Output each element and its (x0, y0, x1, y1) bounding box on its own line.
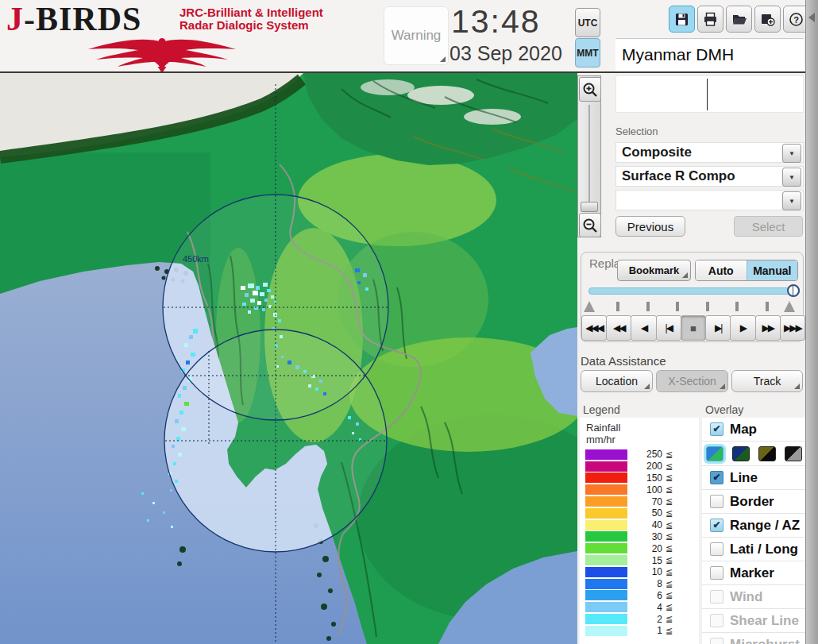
play-backward-button[interactable]: ◀ (631, 315, 656, 341)
fast-rewind-button[interactable]: ◀◀ (606, 315, 631, 341)
legend-threshold-value: 250 (631, 449, 662, 460)
legend-row: 20≦ (580, 542, 699, 554)
less-equal-symbol: ≦ (666, 555, 673, 565)
timezone-mmt-button[interactable]: MMT (575, 38, 600, 67)
open-button[interactable] (726, 6, 752, 33)
print-button[interactable] (697, 6, 723, 33)
x-section-button[interactable]: X-Section (656, 370, 728, 392)
timeline-thumb[interactable] (787, 284, 800, 297)
timezone-utc-button[interactable]: UTC (575, 8, 600, 37)
step-forward-button[interactable]: ▶| (705, 315, 731, 341)
legend-row: 2≦ (580, 613, 699, 625)
add-image-button[interactable] (754, 6, 781, 33)
map-checkbox[interactable]: ✔ (710, 422, 723, 436)
legend-row: 15≦ (580, 554, 699, 566)
slider-end-marker (584, 301, 595, 312)
legend-row: 1≦ (580, 625, 699, 637)
overlay-row-line: ✔Line (702, 466, 805, 490)
legend-color-swatch (585, 461, 627, 472)
legend-threshold-value: 6 (631, 590, 662, 601)
product-dropdown-arrow-button[interactable]: ▼ (782, 168, 801, 187)
overlay-row-border: Border (702, 490, 805, 514)
app-logo: J-BIRDS JRC-Brilliant & Intelligent Rada… (6, 2, 324, 71)
station-name-box: Myanmar DMH (615, 38, 804, 72)
rainfall-legend: Rainfall mm/hr 250≦200≦150≦100≦70≦50≦40≦… (580, 418, 699, 644)
zoom-in-button[interactable] (579, 77, 601, 102)
shear-line-label: Shear Line (730, 613, 799, 629)
extra-dropdown-arrow-button[interactable]: ▼ (782, 191, 801, 210)
product-dropdown-value: Surface R Compo (622, 168, 735, 184)
location-button[interactable]: Location (581, 370, 653, 392)
fast-forward-3-button[interactable]: ▶▶▶ (780, 315, 805, 341)
map-style-1[interactable] (706, 446, 723, 461)
wind-checkbox (710, 590, 723, 604)
legend-row: 30≦ (580, 531, 699, 543)
overlay-row-shear-line: Shear Line (702, 609, 805, 633)
less-equal-symbol: ≦ (666, 602, 673, 612)
step-back-button[interactable]: |◀ (656, 315, 681, 341)
legend-color-swatch (585, 449, 627, 460)
legend-threshold-value: 40 (631, 519, 662, 530)
warning-button[interactable]: Warning (384, 6, 449, 65)
clock-date: 03 Sep 2020 (450, 42, 588, 65)
legend-color-swatch (585, 626, 627, 636)
legend-color-swatch (585, 508, 627, 519)
play-button[interactable]: ▶ (730, 315, 755, 341)
legend-threshold-value: 4 (631, 602, 662, 613)
marker-checkbox[interactable] (710, 566, 723, 580)
map-style-4[interactable] (785, 446, 802, 461)
slider-tick (646, 302, 650, 311)
legend-color-swatch (585, 590, 627, 600)
less-equal-symbol: ≦ (666, 590, 673, 600)
track-button[interactable]: Track (731, 370, 803, 392)
floppy-icon (674, 12, 689, 27)
legend-color-swatch (585, 496, 627, 507)
overlay-row-marker: Marker (702, 561, 805, 585)
zoom-out-button[interactable] (579, 213, 601, 237)
fast-rewind-3-button[interactable]: ◀◀◀ (581, 315, 607, 341)
lati-long-checkbox[interactable] (710, 542, 723, 556)
line-checkbox[interactable]: ✔ (710, 471, 723, 484)
legend-row: 4≦ (580, 601, 699, 613)
shear-line-checkbox (710, 614, 723, 627)
legend-row: 8≦ (580, 578, 699, 590)
zoom-slider-thumb[interactable] (581, 202, 598, 212)
less-equal-symbol: ≦ (666, 567, 673, 577)
overlay-row-lati-long: Lati / Long (702, 538, 805, 561)
radar-map[interactable]: 450km (0, 73, 577, 644)
legend-color-swatch (585, 567, 627, 577)
legend-threshold-value: 150 (631, 472, 662, 484)
legend-color-swatch (585, 543, 627, 553)
fast-forward-button[interactable]: ▶▶ (755, 315, 781, 341)
legend-threshold-value: 200 (631, 461, 662, 472)
panel-collapse-strip[interactable] (805, 0, 818, 644)
map-style-3[interactable] (758, 446, 776, 461)
slider-tick (676, 302, 679, 311)
border-checkbox[interactable] (710, 495, 723, 508)
overlay-title: Overlay (705, 403, 743, 416)
legend-threshold-value: 8 (631, 578, 662, 589)
slider-end-marker (784, 301, 795, 312)
legend-color-swatch (585, 472, 627, 483)
map-style-2[interactable] (732, 446, 750, 461)
legend-color-swatch (585, 484, 627, 495)
clock-time: 13:48 (451, 3, 578, 40)
manual-button[interactable]: Manual (747, 260, 798, 280)
legend-row: 70≦ (580, 496, 699, 507)
select-button[interactable]: Select (734, 216, 803, 237)
less-equal-symbol: ≦ (666, 496, 673, 507)
auto-button[interactable]: Auto (696, 260, 747, 280)
map-zoom-control (577, 75, 601, 237)
legend-color-swatch (585, 614, 627, 624)
bookmark-button[interactable]: Bookmark (617, 260, 691, 281)
stop-button[interactable]: ■ (681, 315, 706, 341)
replay-mode-toggle: Auto Manual (695, 260, 798, 281)
previous-button[interactable]: Previous (615, 216, 685, 237)
less-equal-symbol: ≦ (666, 614, 673, 624)
save-button[interactable] (669, 6, 695, 33)
legend-threshold-value: 2 (631, 614, 662, 625)
range-az-checkbox[interactable]: ✔ (710, 519, 723, 532)
category-dropdown-arrow-button[interactable]: ▼ (782, 144, 801, 163)
less-equal-symbol: ≦ (666, 461, 673, 472)
replay-timeline-slider[interactable] (588, 287, 800, 295)
